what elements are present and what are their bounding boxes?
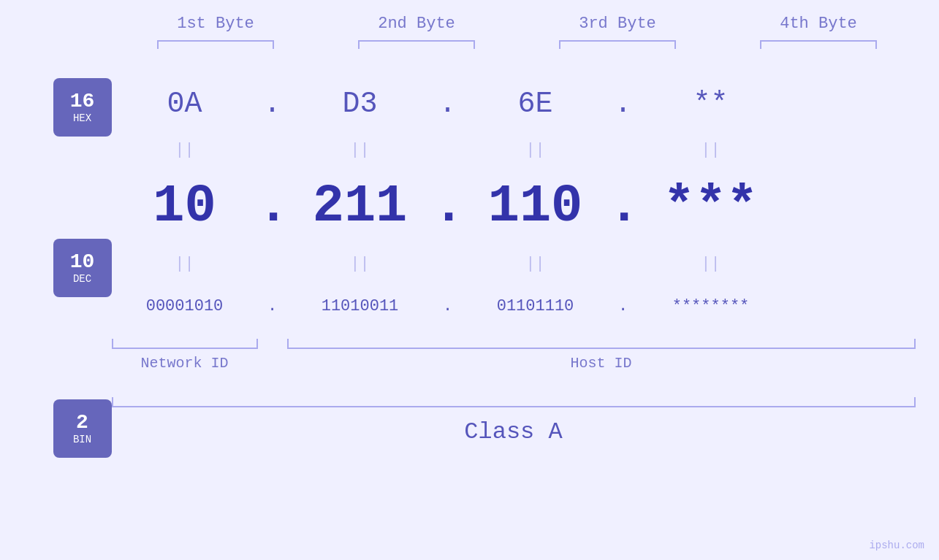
- dec-dot-1: .: [258, 177, 287, 237]
- equals-row-2: || || || ||: [112, 250, 916, 277]
- byte-header-1: 1st Byte: [142, 15, 289, 33]
- bin-dot-3: .: [609, 297, 638, 315]
- full-bracket: [112, 397, 916, 407]
- base-labels-column: 16 HEX 10 DEC 2 BIN: [53, 78, 112, 458]
- eq1-byte2: ||: [287, 141, 433, 159]
- dec-dot-2: .: [433, 177, 463, 237]
- main-container: 1st Byte 2nd Byte 3rd Byte 4th Byte 16 H…: [0, 0, 939, 560]
- all-value-rows: 0A . D3 . 6E . ** || || || || 10: [112, 71, 916, 445]
- eq2-byte2: ||: [287, 255, 433, 273]
- bracket-2-container: [343, 40, 490, 49]
- bracket-4-container: [745, 40, 892, 49]
- rows-wrapper: 16 HEX 10 DEC 2 BIN 0A . D3 . 6E . **: [31, 71, 930, 458]
- bracket-1-container: [142, 40, 289, 49]
- dec-dot-3: .: [609, 177, 638, 237]
- dec-badge: 10 DEC: [53, 239, 112, 297]
- dec-base-label: DEC: [73, 273, 91, 285]
- hex-byte-3: 6E: [463, 88, 609, 120]
- eq1-byte1: ||: [112, 141, 258, 159]
- top-bracket-3: [559, 40, 676, 49]
- dec-byte-4: ***: [638, 177, 784, 237]
- class-label: Class A: [112, 418, 916, 445]
- full-bracket-area: Class A: [112, 397, 916, 445]
- host-id-bracket: [287, 339, 916, 349]
- hex-base-label: HEX: [73, 112, 91, 124]
- eq1-byte3: ||: [463, 141, 609, 159]
- dec-byte-2: 211: [287, 177, 433, 237]
- hex-byte-4: **: [638, 88, 784, 120]
- hex-dot-3: .: [609, 88, 638, 120]
- hex-base-number: 16: [70, 91, 95, 113]
- dec-row: 10 . 211 . 110 . ***: [112, 163, 916, 250]
- bin-row: 00001010 . 11010011 . 01101110 . *******…: [112, 277, 916, 335]
- bin-dot-1: .: [258, 297, 287, 315]
- hex-byte-2: D3: [287, 88, 433, 120]
- bin-byte-2: 11010011: [287, 297, 433, 315]
- network-id-bracket: [112, 339, 258, 349]
- hex-badge: 16 HEX: [53, 78, 112, 137]
- byte-headers-row: 1st Byte 2nd Byte 3rd Byte 4th Byte: [115, 15, 919, 33]
- byte-header-2: 2nd Byte: [343, 15, 490, 33]
- hex-byte-1: 0A: [112, 88, 258, 120]
- bin-dot-2: .: [433, 297, 463, 315]
- eq1-byte4: ||: [638, 141, 784, 159]
- bin-base-label: BIN: [73, 434, 91, 445]
- bin-byte-3: 01101110: [463, 297, 609, 315]
- dec-byte-3: 110: [463, 177, 609, 237]
- top-bracket-1: [157, 40, 274, 49]
- dec-base-number: 10: [70, 251, 95, 274]
- hex-row: 0A . D3 . 6E . **: [112, 71, 916, 137]
- top-bracket-4: [760, 40, 877, 49]
- hex-dot-2: .: [433, 88, 463, 120]
- host-id-label: Host ID: [287, 355, 916, 372]
- top-brackets: [115, 40, 919, 49]
- eq2-byte1: ||: [112, 255, 258, 273]
- byte-header-4: 4th Byte: [745, 15, 892, 33]
- top-bracket-2: [358, 40, 475, 49]
- eq2-byte3: ||: [463, 255, 609, 273]
- bottom-bracket-area: Network ID Host ID: [112, 339, 916, 397]
- dec-byte-1: 10: [112, 177, 258, 237]
- eq2-byte4: ||: [638, 255, 784, 273]
- equals-row-1: || || || ||: [112, 137, 916, 163]
- network-id-label: Network ID: [112, 355, 258, 372]
- bin-base-number: 2: [76, 412, 88, 434]
- byte-header-3: 3rd Byte: [544, 15, 691, 33]
- bracket-3-container: [544, 40, 691, 49]
- bin-byte-4: ********: [638, 297, 784, 315]
- bin-badge: 2 BIN: [53, 399, 112, 458]
- watermark: ipshu.com: [869, 540, 924, 551]
- hex-dot-1: .: [258, 88, 287, 120]
- bin-byte-1: 00001010: [112, 297, 258, 315]
